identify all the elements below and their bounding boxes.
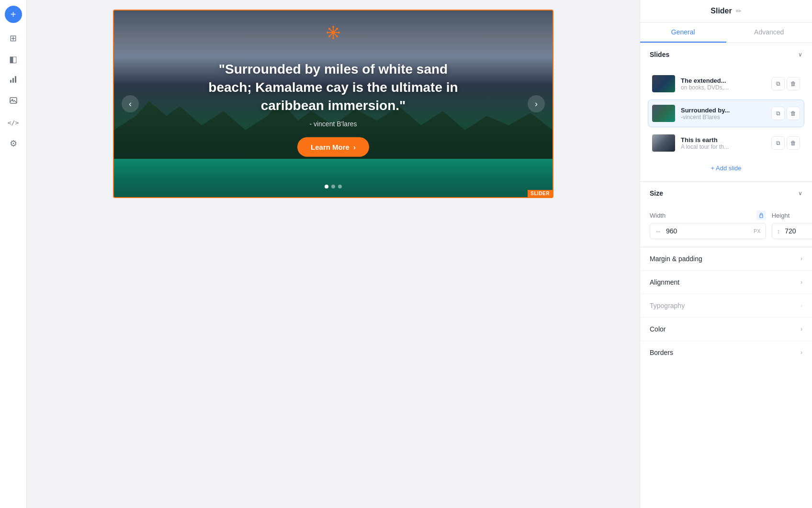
slide-info-3: This is earth A local tour for th...: [681, 136, 766, 150]
water-area: [114, 159, 553, 197]
width-input[interactable]: [664, 223, 752, 239]
svg-point-13: [338, 32, 340, 33]
svg-point-14: [328, 28, 330, 30]
slides-section: Slides ∨ The extended... on books, DVDs,…: [640, 43, 812, 182]
slide-info-1: The extended... on books, DVDs,...: [681, 77, 766, 91]
borders-row[interactable]: Borders ›: [640, 341, 812, 364]
left-sidebar: + ⊞ ◧ </> ⚙: [0, 0, 27, 508]
size-section: Size ∨ Width: [640, 182, 812, 247]
svg-point-17: [328, 35, 330, 37]
height-label: Height: [772, 212, 790, 219]
tab-general[interactable]: General: [640, 22, 726, 43]
svg-rect-0: [10, 80, 11, 83]
slider-badge: SLIDER: [528, 190, 553, 197]
sidebar-btn-media[interactable]: [4, 92, 23, 111]
slide-thumb-3: [652, 134, 675, 152]
learn-more-label: Learn More: [311, 143, 350, 151]
svg-rect-2: [15, 76, 16, 83]
learn-more-button[interactable]: Learn More ›: [297, 137, 369, 157]
slide-item-1[interactable]: The extended... on books, DVDs,... ⧉ 🗑: [648, 70, 804, 98]
copy-icon: ⧉: [776, 80, 780, 87]
borders-chevron-icon: ›: [801, 349, 802, 356]
slide-copy-button-2[interactable]: ⧉: [771, 107, 785, 120]
code-icon: </>: [8, 119, 19, 126]
copy-icon-3: ⧉: [776, 140, 780, 146]
color-row[interactable]: Color ›: [640, 318, 812, 341]
slide-quote: "Surrounded by miles of white sand beach…: [199, 60, 467, 114]
svg-rect-18: [760, 215, 763, 218]
width-label-row: Width: [650, 210, 766, 220]
plus-icon: +: [11, 9, 16, 20]
slider-widget[interactable]: "Surrounded by miles of white sand beach…: [113, 10, 553, 198]
slide-item-3[interactable]: This is earth A local tour for th... ⧉ 🗑: [648, 129, 804, 157]
size-section-title: Size: [650, 189, 663, 197]
trash-icon-2: 🗑: [790, 110, 796, 117]
height-field: Height ↕ PX: [772, 210, 812, 239]
tab-advanced[interactable]: Advanced: [726, 22, 812, 43]
slide-subtitle-1: on books, DVDs,...: [681, 84, 766, 91]
slide-copy-button-3[interactable]: ⧉: [771, 136, 785, 150]
panel-tabs: General Advanced: [640, 22, 812, 43]
width-input-wrap: ↔ PX: [650, 223, 766, 239]
add-slide-button[interactable]: + Add slide: [648, 159, 804, 177]
svg-point-11: [332, 37, 334, 39]
slide-actions-2: ⧉ 🗑: [771, 107, 800, 120]
height-label-row: Height: [772, 210, 812, 220]
slide-actions-1: ⧉ 🗑: [771, 77, 800, 90]
width-field: Width ↔ PX: [650, 210, 766, 239]
add-element-button[interactable]: +: [5, 6, 22, 23]
slide-name-3: This is earth: [681, 136, 766, 144]
typography-row[interactable]: Typography ›: [640, 294, 812, 318]
width-label: Width: [650, 212, 665, 219]
width-prefix-icon: ↔: [650, 224, 664, 239]
size-section-header[interactable]: Size ∨: [640, 182, 812, 205]
svg-point-15: [336, 35, 338, 37]
edit-icon[interactable]: ✏: [736, 7, 742, 15]
sidebar-btn-layers[interactable]: ◧: [4, 50, 23, 69]
alignment-chevron-icon: ›: [801, 279, 802, 286]
slide-name-1: The extended...: [681, 77, 766, 84]
margin-padding-chevron-icon: ›: [801, 255, 802, 262]
slide-dot-3[interactable]: [338, 185, 342, 188]
next-slide-button[interactable]: ›: [528, 95, 545, 112]
width-unit: PX: [752, 224, 766, 238]
slide-author: - vincent B'lares: [199, 120, 467, 128]
copy-icon-2: ⧉: [776, 110, 780, 117]
sidebar-btn-code[interactable]: </>: [4, 113, 23, 132]
trash-icon: 🗑: [790, 80, 796, 87]
slide-thumb-1: [652, 75, 675, 92]
slide-thumb-2: [652, 105, 675, 122]
alignment-title: Alignment: [650, 278, 679, 286]
slide-dot-2[interactable]: [331, 185, 335, 188]
decorative-snowflake-icon: [326, 25, 341, 44]
slide-dot-1[interactable]: [325, 185, 328, 188]
prev-slide-button[interactable]: ‹: [122, 95, 139, 112]
sidebar-btn-widgets[interactable]: ⊞: [4, 29, 23, 48]
analytics-icon: [9, 75, 18, 86]
sidebar-btn-settings[interactable]: ⚙: [4, 134, 23, 153]
typography-chevron-icon: ›: [801, 302, 802, 309]
margin-padding-title: Margin & padding: [650, 255, 702, 263]
slider-container: "Surrounded by miles of white sand beach…: [114, 11, 553, 197]
height-input-wrap: ↕ PX: [772, 223, 812, 239]
margin-padding-row[interactable]: Margin & padding ›: [640, 247, 812, 271]
slides-section-header[interactable]: Slides ∨: [640, 43, 812, 66]
slide-item-2[interactable]: Surrounded by... -vincent B'lares ⧉ 🗑: [648, 99, 804, 127]
sidebar-btn-analytics[interactable]: [4, 71, 23, 90]
slide-copy-button-1[interactable]: ⧉: [771, 77, 785, 90]
slides-section-title: Slides: [650, 51, 669, 58]
height-prefix-icon: ↕: [772, 224, 783, 239]
chevron-right-icon: ›: [535, 99, 538, 109]
right-panel: Slider ✏ General Advanced Slides ∨ The e…: [640, 0, 812, 508]
arrow-right-icon: ›: [353, 143, 356, 151]
alignment-row[interactable]: Alignment ›: [640, 271, 812, 294]
slide-delete-button-2[interactable]: 🗑: [787, 107, 800, 120]
svg-point-12: [327, 32, 328, 33]
layers-icon: ◧: [9, 54, 17, 65]
gear-icon: ⚙: [10, 138, 17, 149]
slide-delete-button-3[interactable]: 🗑: [787, 136, 800, 150]
canvas-area: "Surrounded by miles of white sand beach…: [27, 0, 640, 508]
width-lock-icon[interactable]: [756, 210, 766, 220]
height-input[interactable]: [783, 223, 812, 239]
slide-delete-button-1[interactable]: 🗑: [787, 77, 800, 90]
